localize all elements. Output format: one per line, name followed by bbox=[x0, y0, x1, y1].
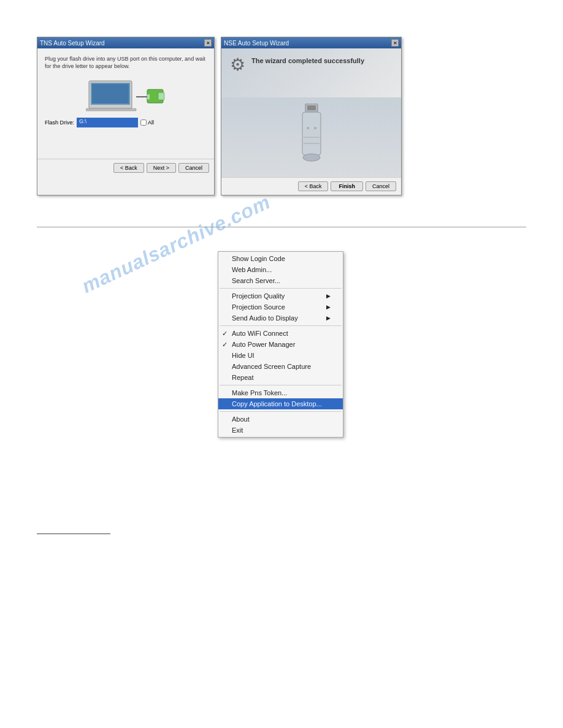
finish-button[interactable]: Finish bbox=[331, 181, 363, 191]
top-dialogs-section: TNS Auto Setup Wizard ✕ Plug your flash … bbox=[37, 37, 526, 195]
menu-item-projection-quality[interactable]: Projection Quality bbox=[218, 290, 343, 301]
svg-rect-3 bbox=[92, 84, 129, 104]
menu-item-search-server[interactable]: Search Server... bbox=[218, 275, 343, 286]
menu-item-web-admin[interactable]: Web Admin... bbox=[218, 264, 343, 275]
svg-point-13 bbox=[314, 127, 316, 129]
svg-rect-2 bbox=[86, 108, 136, 111]
right-back-button[interactable]: < Back bbox=[298, 181, 329, 191]
all-checkbox[interactable] bbox=[140, 119, 147, 126]
left-dialog-button-row: < Back Next > Cancel bbox=[37, 159, 214, 176]
menu-item-auto-wifi-connect[interactable]: Auto WiFi Connect bbox=[218, 328, 343, 339]
wizard-header: ⚙ The wizard completed successfully bbox=[221, 48, 401, 97]
top-divider bbox=[37, 227, 526, 227]
svg-rect-10 bbox=[302, 112, 321, 155]
right-dialog-close-button[interactable]: ✕ bbox=[391, 39, 399, 47]
menu-separator bbox=[220, 411, 342, 412]
menu-item-exit[interactable]: Exit bbox=[218, 425, 343, 436]
right-dialog-button-row: < Back Finish Cancel bbox=[221, 177, 401, 195]
right-dialog-title: NSE Auto Setup Wizard bbox=[224, 40, 289, 47]
menu-item-show-login-code[interactable]: Show Login Code bbox=[218, 253, 343, 264]
svg-point-11 bbox=[303, 154, 320, 161]
context-menu-container: Show Login CodeWeb Admin...Search Server… bbox=[218, 251, 343, 438]
gear-icon: ⚙ bbox=[230, 55, 245, 75]
right-dialog: NSE Auto Setup Wizard ✕ ⚙ The wizard com… bbox=[221, 37, 402, 195]
menu-item-hide-ui[interactable]: Hide UI bbox=[218, 350, 343, 361]
menu-item-make-pns-token[interactable]: Make Pns Token... bbox=[218, 387, 343, 398]
menu-separator bbox=[220, 385, 342, 385]
laptop-usb-image-area bbox=[45, 76, 207, 112]
menu-item-about[interactable]: About bbox=[218, 414, 343, 425]
back-button[interactable]: < Back bbox=[113, 163, 144, 173]
svg-rect-7 bbox=[147, 94, 150, 99]
right-dialog-titlebar: NSE Auto Setup Wizard ✕ bbox=[221, 37, 401, 48]
laptop-usb-graphic bbox=[86, 76, 166, 112]
menu-item-auto-power-manager[interactable]: Auto Power Manager bbox=[218, 339, 343, 350]
wizard-complete-text: The wizard completed successfully bbox=[251, 57, 364, 64]
right-cancel-button[interactable]: Cancel bbox=[366, 181, 396, 191]
menu-item-repeat[interactable]: Repeat bbox=[218, 372, 343, 383]
instruction-text: Plug your flash drive into any USB port … bbox=[45, 56, 207, 70]
flash-drive-dropdown[interactable]: G:\ bbox=[77, 118, 138, 127]
context-menu: Show Login CodeWeb Admin...Search Server… bbox=[218, 251, 343, 438]
svg-point-12 bbox=[307, 127, 309, 129]
flash-drive-label: Flash Drive: bbox=[45, 119, 74, 126]
left-dialog-close-button[interactable]: ✕ bbox=[204, 39, 212, 47]
left-dialog: TNS Auto Setup Wizard ✕ Plug your flash … bbox=[37, 37, 215, 195]
wizard-usb-area bbox=[221, 97, 401, 177]
left-dialog-titlebar: TNS Auto Setup Wizard ✕ bbox=[37, 37, 214, 48]
usb-stick-svg bbox=[296, 104, 327, 171]
left-dialog-title: TNS Auto Setup Wizard bbox=[40, 40, 105, 47]
menu-item-send-audio-to-display[interactable]: Send Audio to Display bbox=[218, 313, 343, 324]
svg-rect-6 bbox=[158, 93, 164, 100]
all-checkbox-area: All bbox=[140, 119, 154, 126]
cancel-button[interactable]: Cancel bbox=[178, 163, 209, 173]
all-checkbox-label: All bbox=[148, 119, 154, 126]
menu-separator bbox=[220, 325, 342, 326]
menu-item-advanced-screen-capture[interactable]: Advanced Screen Capture bbox=[218, 361, 343, 372]
next-button[interactable]: Next > bbox=[147, 163, 176, 173]
left-dialog-body: Plug your flash drive into any USB port … bbox=[37, 48, 214, 159]
menu-item-projection-source[interactable]: Projection Source bbox=[218, 301, 343, 313]
right-dialog-body: ⚙ The wizard completed successfully bbox=[221, 48, 401, 177]
bottom-divider bbox=[37, 533, 110, 534]
svg-rect-9 bbox=[307, 105, 316, 110]
flash-drive-row: Flash Drive: G:\ All bbox=[45, 118, 207, 127]
menu-separator bbox=[220, 288, 342, 289]
menu-item-copy-application-to-desktop[interactable]: Copy Application to Desktop... bbox=[218, 398, 343, 409]
